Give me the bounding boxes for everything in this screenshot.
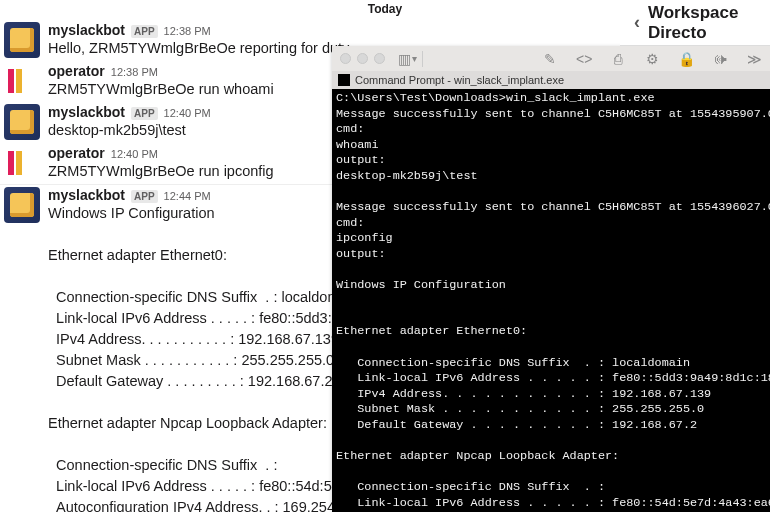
- message-timestamp: 12:38 PM: [164, 25, 211, 37]
- workspace-title: Workspace Directo: [648, 3, 770, 43]
- more-icon[interactable]: ≫: [746, 51, 762, 67]
- workspace-directory-header[interactable]: ‹ Workspace Directo: [620, 0, 770, 46]
- print-icon[interactable]: ⎙: [610, 51, 626, 67]
- message-timestamp: 12:38 PM: [111, 66, 158, 78]
- message-sender[interactable]: operator: [48, 145, 105, 161]
- command-prompt-titlebar[interactable]: Command Prompt - win_slack_implant.exe: [332, 71, 770, 89]
- message-timestamp: 12:40 PM: [111, 148, 158, 160]
- cmd-icon: [338, 74, 350, 86]
- message-sender[interactable]: myslackbot: [48, 104, 125, 120]
- bot-avatar-icon[interactable]: [4, 104, 40, 140]
- code-icon[interactable]: <>: [576, 51, 592, 67]
- message-sender[interactable]: myslackbot: [48, 187, 125, 203]
- minimize-dot-icon[interactable]: [357, 53, 368, 64]
- bot-avatar-icon[interactable]: [4, 187, 40, 223]
- sidebar-toggle-icon[interactable]: ▥: [398, 51, 411, 67]
- message-sender[interactable]: operator: [48, 63, 105, 79]
- window-traffic-lights[interactable]: [340, 53, 385, 64]
- lock-icon[interactable]: 🔒: [678, 51, 694, 67]
- operator-avatar-icon[interactable]: [4, 63, 40, 99]
- gear-icon[interactable]: ⚙: [644, 51, 660, 67]
- close-dot-icon[interactable]: [340, 53, 351, 64]
- zoom-dot-icon[interactable]: [374, 53, 385, 64]
- command-prompt-output[interactable]: C:\Users\Test\Downloads>win_slack_implan…: [332, 89, 770, 512]
- wand-icon[interactable]: ✎: [542, 51, 558, 67]
- app-badge: APP: [131, 25, 158, 38]
- command-prompt-window: ▥ ▾ ✎ <> ⎙ ⚙ 🔒 🕪 ≫ Command Prompt - win_…: [332, 46, 770, 512]
- app-badge: APP: [131, 107, 158, 120]
- operator-avatar-icon[interactable]: [4, 145, 40, 181]
- window-toolbar: ▥ ▾ ✎ <> ⎙ ⚙ 🔒 🕪 ≫: [332, 46, 770, 71]
- speaker-icon[interactable]: 🕪: [712, 51, 728, 67]
- bot-avatar-icon[interactable]: [4, 22, 40, 58]
- message-timestamp: 12:40 PM: [164, 107, 211, 119]
- back-icon[interactable]: ‹: [634, 12, 640, 33]
- message-timestamp: 12:44 PM: [164, 190, 211, 202]
- command-prompt-title-text: Command Prompt - win_slack_implant.exe: [355, 74, 564, 86]
- app-badge: APP: [131, 190, 158, 203]
- message-sender[interactable]: myslackbot: [48, 22, 125, 38]
- dropdown-arrow-icon[interactable]: ▾: [412, 53, 417, 64]
